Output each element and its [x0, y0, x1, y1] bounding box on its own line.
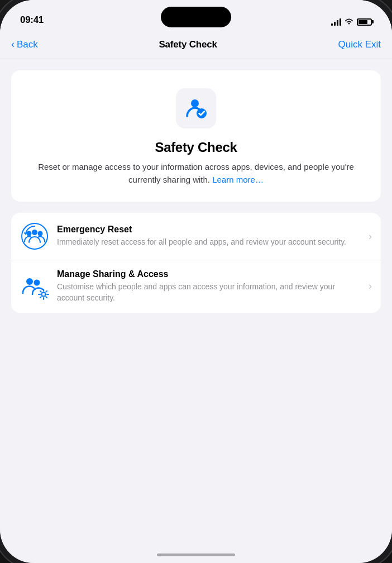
quick-exit-button[interactable]: Quick Exit	[338, 39, 381, 50]
battery-icon	[357, 18, 372, 26]
manage-sharing-title: Manage Sharing & Access	[57, 269, 361, 279]
hero-card: Safety Check Reset or manage access to y…	[11, 70, 381, 202]
emergency-reset-title: Emergency Reset	[57, 225, 361, 235]
svg-point-3	[27, 231, 32, 236]
hero-description: Reset or manage access to your informati…	[25, 161, 367, 186]
wifi-icon	[345, 18, 353, 25]
back-chevron-icon: ‹	[11, 39, 15, 49]
nav-bar: ‹ Back Safety Check Quick Exit	[0, 30, 392, 59]
svg-point-0	[191, 99, 199, 107]
manage-sharing-text: Manage Sharing & Access Customise which …	[57, 269, 361, 304]
emergency-reset-description: Immediately reset access for all people …	[57, 236, 361, 247]
emergency-reset-text: Emergency Reset Immediately reset access…	[57, 225, 361, 247]
phone-frame: 09:41	[0, 0, 392, 563]
back-button[interactable]: ‹ Back	[11, 39, 38, 50]
nav-title: Safety Check	[159, 39, 217, 50]
manage-sharing-description: Customise which people and apps can acce…	[57, 281, 361, 304]
content-area: Safety Check Reset or manage access to y…	[0, 59, 392, 346]
options-cards: Emergency Reset Immediately reset access…	[11, 213, 381, 313]
hero-title: Safety Check	[25, 140, 367, 155]
signal-icon	[331, 18, 341, 26]
emergency-reset-chevron-icon: ›	[369, 231, 372, 242]
svg-point-5	[38, 231, 43, 236]
svg-point-4	[32, 230, 37, 235]
manage-sharing-chevron-icon: ›	[369, 280, 372, 292]
screen: 09:41	[0, 0, 392, 563]
safety-check-icon	[176, 88, 216, 128]
emergency-reset-card[interactable]: Emergency Reset Immediately reset access…	[11, 213, 381, 260]
options-section: Emergency Reset Immediately reset access…	[11, 213, 381, 313]
status-time: 09:41	[20, 15, 44, 26]
dynamic-island	[161, 7, 231, 27]
svg-point-7	[34, 279, 40, 285]
manage-sharing-icon	[20, 272, 49, 301]
emergency-reset-icon	[20, 222, 49, 251]
learn-more-link[interactable]: Learn more…	[212, 175, 264, 184]
home-indicator	[157, 554, 235, 556]
status-icons	[331, 18, 372, 26]
manage-sharing-card[interactable]: Manage Sharing & Access Customise which …	[11, 260, 381, 313]
svg-point-6	[26, 278, 33, 285]
back-label: Back	[17, 39, 38, 50]
